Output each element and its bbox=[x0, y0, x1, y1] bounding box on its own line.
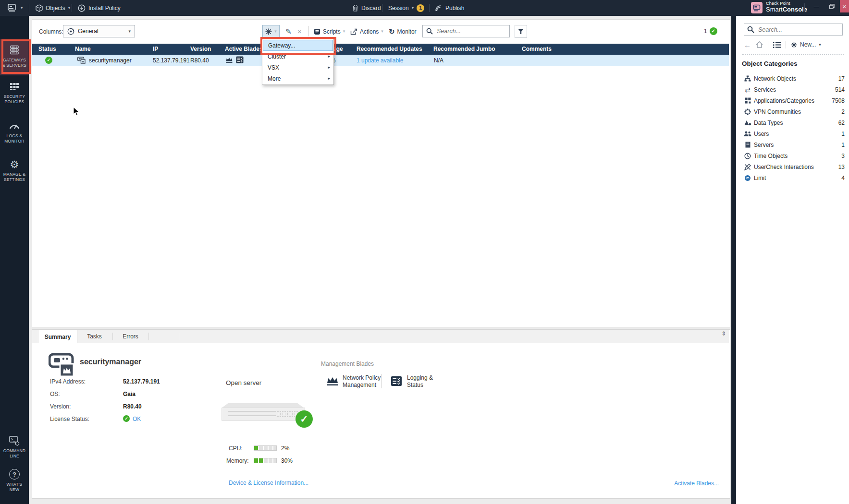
menu-item-more[interactable]: More ▸ bbox=[263, 73, 333, 84]
objects-menu-button[interactable]: Objects ▾ bbox=[36, 0, 70, 16]
session-label: Session bbox=[388, 5, 409, 12]
summary-panel: Summary Tasks Errors securitymanager bbox=[32, 329, 730, 499]
activate-blades-link[interactable]: Activate Blades... bbox=[674, 480, 719, 487]
scripts-icon bbox=[314, 28, 320, 35]
tab-summary[interactable]: Summary bbox=[38, 330, 77, 343]
cpu-value: 2% bbox=[281, 445, 289, 452]
vpn-communities-icon bbox=[744, 108, 751, 115]
svg-text:>_: >_ bbox=[11, 437, 16, 442]
submenu-arrow-icon: ▸ bbox=[328, 65, 330, 70]
field-value: Gaia bbox=[123, 391, 135, 397]
publish-label: Publish bbox=[445, 5, 464, 12]
edit-pencil-icon[interactable]: ✎ bbox=[285, 25, 292, 38]
server-type-label: Open server bbox=[226, 379, 261, 386]
new-button[interactable]: New... bbox=[800, 41, 816, 48]
discard-button[interactable]: Discard bbox=[352, 0, 381, 16]
cpu-label: CPU: bbox=[229, 445, 243, 452]
divider bbox=[429, 4, 430, 12]
sidebar-item-logs-monitor[interactable]: LOGS &MONITOR bbox=[0, 118, 29, 149]
chevron-down-icon: ▾ bbox=[343, 29, 345, 34]
category-usercheck[interactable]: UserCheck Interactions 13 bbox=[743, 161, 845, 172]
new-object-button[interactable]: ▾ bbox=[262, 25, 280, 38]
scripts-button[interactable]: Scripts ▾ bbox=[314, 25, 345, 38]
filter-button[interactable] bbox=[515, 25, 527, 38]
maximize-button[interactable] bbox=[825, 0, 838, 12]
category-users[interactable]: Users 1 bbox=[743, 128, 845, 139]
columns-profile-dropdown[interactable]: General ▾ bbox=[63, 25, 135, 37]
blade-logging-icon bbox=[236, 56, 244, 63]
app-menu-button[interactable]: ▾ bbox=[8, 0, 23, 16]
profile-icon bbox=[67, 28, 74, 35]
category-data-types[interactable]: Data Types 62 bbox=[743, 117, 845, 128]
memory-value: 30% bbox=[281, 457, 293, 464]
server-ok-icon: ✓ bbox=[295, 410, 313, 428]
monitor-button[interactable]: ↻ Monitor bbox=[389, 25, 417, 38]
tab-errors[interactable]: Errors bbox=[112, 330, 148, 343]
blade-logging-label: Logging &Status bbox=[407, 374, 433, 389]
memory-label: Memory: bbox=[226, 457, 249, 464]
install-policy-button[interactable]: Install Policy bbox=[78, 0, 121, 16]
back-arrow-icon[interactable]: ← bbox=[744, 41, 751, 48]
category-vpn-communities[interactable]: VPN Communities 2 bbox=[743, 106, 845, 117]
gateway-device-icon-large bbox=[49, 352, 76, 377]
trash-icon bbox=[352, 4, 358, 12]
category-network-objects[interactable]: Network Objects 17 bbox=[743, 73, 845, 84]
new-star-icon bbox=[265, 28, 272, 35]
appliance-image: ✓ bbox=[221, 403, 305, 421]
filter-funnel-icon bbox=[518, 29, 524, 35]
publish-button[interactable]: Publish bbox=[435, 0, 464, 16]
device-license-link[interactable]: Device & License Information... bbox=[229, 480, 308, 486]
chevron-down-icon: ▾ bbox=[412, 6, 414, 10]
sidebar-item-whats-new[interactable]: ? WHAT'SNEW bbox=[0, 466, 29, 497]
table-search-input[interactable] bbox=[436, 27, 500, 35]
category-time-objects[interactable]: Time Objects 3 bbox=[743, 150, 845, 161]
tab-tasks[interactable]: Tasks bbox=[76, 330, 112, 343]
changes-check-icon: ✓ bbox=[710, 27, 717, 35]
row-updates-link[interactable]: 1 update available bbox=[357, 57, 403, 64]
row-name: securitymanager bbox=[89, 57, 132, 64]
menu-item-vsx[interactable]: VSX ▸ bbox=[263, 62, 333, 73]
close-button[interactable]: × bbox=[840, 0, 849, 12]
category-services[interactable]: ⇄ Services 514 bbox=[743, 84, 845, 95]
limit-icon bbox=[744, 175, 751, 181]
scripts-label: Scripts bbox=[323, 28, 341, 35]
session-menu-button[interactable]: Session ▾ 1 bbox=[388, 0, 424, 16]
minimize-button[interactable]: — bbox=[810, 0, 823, 12]
table-header[interactable]: Status Name IP Version Active Blades CPU… bbox=[32, 44, 729, 55]
objects-toolbar: ← New... ▾ bbox=[744, 40, 821, 49]
objects-search[interactable] bbox=[744, 24, 843, 36]
splitter-icon[interactable]: ⇕ bbox=[721, 331, 726, 336]
new-star-icon bbox=[791, 42, 797, 48]
field-label: Version: bbox=[50, 403, 71, 410]
col-status: Status bbox=[38, 46, 56, 52]
divider bbox=[72, 4, 72, 12]
blade-crown-icon bbox=[225, 57, 233, 63]
category-applications[interactable]: Applications/Categories 7508 bbox=[743, 95, 845, 106]
table-search[interactable] bbox=[422, 25, 510, 37]
refresh-icon: ↻ bbox=[389, 28, 395, 35]
install-policy-label: Install Policy bbox=[88, 5, 121, 12]
category-limit[interactable]: Limit 4 bbox=[743, 172, 845, 183]
sidebar-item-security-policies[interactable]: SECURITYPOLICIES bbox=[0, 78, 29, 109]
whats-new-icon: ? bbox=[0, 468, 29, 480]
sidebar-item-command-line[interactable]: >_ COMMANDLINE bbox=[0, 432, 29, 464]
chevron-down-icon: ▾ bbox=[274, 29, 277, 34]
category-servers[interactable]: Servers 1 bbox=[743, 139, 845, 150]
field-label: OS: bbox=[50, 391, 60, 397]
divider bbox=[804, 3, 805, 12]
monitor-label: Monitor bbox=[397, 28, 417, 35]
columns-profile-value: General bbox=[78, 28, 98, 35]
gateway-device-icon bbox=[77, 57, 86, 64]
col-name: Name bbox=[75, 46, 91, 52]
sidebar-item-manage-settings[interactable]: ⚙ MANAGE &SETTINGS bbox=[0, 156, 29, 187]
objects-search-input[interactable] bbox=[757, 26, 836, 34]
list-view-icon[interactable] bbox=[773, 42, 781, 48]
publish-icon bbox=[435, 4, 443, 12]
columns-label: Columns: bbox=[39, 28, 63, 35]
actions-button[interactable]: Actions ▾ bbox=[350, 25, 383, 38]
row-version: R80.40 bbox=[190, 57, 209, 64]
license-ok-icon: ✓ bbox=[123, 415, 130, 422]
delete-icon[interactable]: × bbox=[297, 25, 302, 38]
home-icon[interactable] bbox=[756, 41, 763, 48]
table-row[interactable]: ✓ securitymanager 52.137.79.191 R80.40 bbox=[32, 55, 729, 66]
